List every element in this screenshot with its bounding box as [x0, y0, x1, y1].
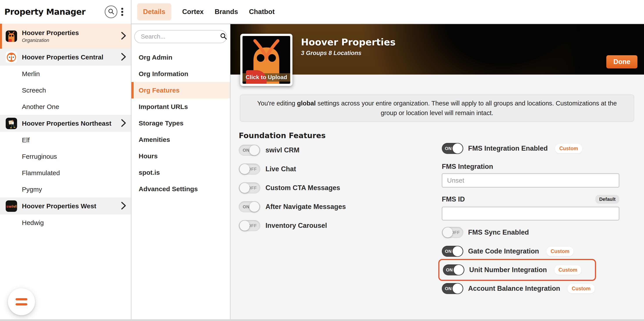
- chevron-right-icon: [121, 31, 126, 41]
- feature-label: FMS Integration Enabled: [468, 145, 548, 152]
- settings-search-input[interactable]: [141, 33, 220, 40]
- sidebar-item-label: Pygmy: [22, 186, 42, 193]
- sidebar-item-location[interactable]: Flammulated: [0, 165, 131, 181]
- toggle-swivl-crm[interactable]: ON: [239, 145, 260, 156]
- toggle-gate-code[interactable]: ON: [442, 246, 463, 257]
- toggle-knob: [452, 143, 463, 153]
- sidebar: Property Manager Hoover Properties Organ…: [0, 0, 132, 321]
- fms-integration-input[interactable]: [442, 173, 619, 187]
- sidebar-item-label: Flammulated: [22, 169, 60, 177]
- sidebar-item-location[interactable]: Merlin: [0, 66, 131, 82]
- toggle-knob: [452, 283, 463, 293]
- sidebar-search-button[interactable]: [105, 6, 118, 18]
- org-subtitle: 3 Groups 8 Locations: [301, 50, 396, 57]
- tab-chatbot[interactable]: Chatbot: [249, 3, 275, 21]
- foundation-features-left: Foundation Features ON swivl CRM OFF Liv…: [239, 131, 346, 239]
- sidebar-item-location[interactable]: Hedwig: [0, 214, 131, 231]
- menu-item-org-admin[interactable]: Org Admin: [132, 49, 230, 66]
- floating-menu-button[interactable]: [8, 288, 35, 315]
- done-button[interactable]: Done: [606, 55, 638, 68]
- tab-details[interactable]: Details: [137, 3, 171, 21]
- feature-label: Live Chat: [266, 165, 296, 173]
- sidebar-item-group-northeast[interactable]: Hoover Properties Northeast: [0, 115, 131, 132]
- menu-bars-icon: [16, 298, 28, 300]
- chevron-right-icon: [121, 201, 126, 211]
- notice-text: You're editing: [257, 100, 297, 107]
- toggle-account-balance[interactable]: ON: [442, 283, 463, 294]
- sidebar-item-organization[interactable]: Hoover Properties Organization: [0, 24, 131, 49]
- toggle-live-chat[interactable]: OFF: [239, 164, 260, 175]
- fms-id-input[interactable]: [442, 207, 619, 220]
- sidebar-item-label: Hoover Properties West: [22, 202, 96, 210]
- upload-label: Click to Upload: [242, 74, 290, 81]
- menu-item-important-urls[interactable]: Important URLs: [132, 98, 230, 115]
- feature-row-fms-sync: OFF FMS Sync Enabled: [442, 227, 619, 238]
- kebab-menu-icon[interactable]: [118, 6, 127, 18]
- toggle-knob: [240, 183, 250, 193]
- feature-label: Custom CTA Messages: [266, 184, 340, 192]
- sidebar-item-group-west[interactable]: swivl Hoover Properties West: [0, 198, 131, 214]
- default-badge: Default: [595, 195, 619, 204]
- toggle-knob: [240, 164, 250, 174]
- feature-label: swivl CRM: [266, 146, 300, 154]
- feature-row-swivl-crm: ON swivl CRM: [239, 145, 346, 156]
- main-content: Hoover Properties 3 Groups 8 Locations D…: [230, 24, 644, 321]
- app-title: Property Manager: [4, 7, 86, 17]
- feature-label: Inventory Carousel: [266, 222, 327, 230]
- menu-item-spotis[interactable]: spot.is: [132, 164, 230, 181]
- search-icon[interactable]: [220, 33, 227, 41]
- feature-label: After Navigate Messages: [266, 203, 346, 211]
- sidebar-item-location[interactable]: Another One: [0, 98, 131, 115]
- toggle-knob: [454, 265, 464, 275]
- toggle-unit-number[interactable]: ON: [443, 264, 464, 275]
- tab-bar: Details Cortex Brands Chatbot: [132, 0, 644, 24]
- sidebar-item-label: Hedwig: [22, 219, 44, 226]
- sidebar-item-location[interactable]: Ferruginous: [0, 148, 131, 165]
- toggle-knob: [249, 145, 259, 155]
- fms-integration-label-row: FMS Integration: [442, 163, 619, 171]
- settings-menu: Org Admin Org Information Org Features I…: [132, 49, 230, 197]
- toggle-custom-cta[interactable]: OFF: [239, 182, 260, 193]
- feature-row-gate-code: ON Gate Code Integration Custom: [442, 246, 619, 257]
- sidebar-item-label: Ferruginous: [22, 153, 57, 160]
- svg-text:swivl: swivl: [6, 204, 16, 208]
- tab-brands[interactable]: Brands: [215, 3, 238, 21]
- menu-bars-icon: [16, 303, 28, 305]
- notice-bold-word: global: [297, 100, 316, 107]
- org-avatar-upload[interactable]: Click to Upload: [240, 34, 292, 86]
- sidebar-item-group-central[interactable]: Hoover Properties Central: [0, 49, 131, 66]
- menu-item-org-information[interactable]: Org Information: [132, 66, 230, 82]
- sidebar-item-subtitle: Organization: [22, 38, 79, 43]
- settings-nav-panel: Org Admin Org Information Org Features I…: [132, 24, 230, 321]
- menu-item-org-features[interactable]: Org Features: [132, 82, 230, 98]
- sidebar-item-location[interactable]: Elf: [0, 132, 131, 148]
- sidebar-item-label: Hoover Properties Northeast: [22, 120, 111, 127]
- sidebar-item-label: Hoover Properties: [22, 29, 79, 37]
- toggle-knob: [443, 227, 453, 237]
- search-icon: [108, 8, 114, 16]
- toggle-fms-enabled[interactable]: ON: [442, 143, 463, 154]
- window-bottom-edge: [0, 319, 644, 321]
- global-settings-notice: You're editing global settings across yo…: [240, 95, 634, 122]
- swivl-logo-icon: swivl: [6, 200, 17, 212]
- menu-item-advanced-settings[interactable]: Advanced Settings: [132, 181, 230, 197]
- toggle-state-label: ON: [243, 204, 250, 209]
- org-owl-icon: [6, 31, 17, 42]
- menu-item-hours[interactable]: Hours: [132, 148, 230, 164]
- toggle-state-label: ON: [445, 146, 452, 151]
- toggle-after-navigate[interactable]: ON: [239, 201, 260, 212]
- settings-search: [134, 30, 227, 43]
- feature-row-custom-cta: OFF Custom CTA Messages: [239, 182, 346, 193]
- toggle-inventory-carousel[interactable]: OFF: [239, 220, 260, 231]
- toggle-state-label: ON: [445, 286, 452, 291]
- sidebar-item-location[interactable]: Screech: [0, 82, 131, 98]
- tab-cortex[interactable]: Cortex: [182, 3, 204, 21]
- owl-face-icon: [6, 52, 17, 63]
- toggle-state-label: ON: [243, 148, 250, 153]
- toggle-fms-sync[interactable]: OFF: [442, 227, 463, 238]
- sidebar-item-label: Screech: [22, 87, 46, 94]
- menu-item-amenities[interactable]: Amenities: [132, 131, 230, 148]
- sidebar-item-location[interactable]: Pygmy: [0, 181, 131, 198]
- menu-item-storage-types[interactable]: Storage Types: [132, 115, 230, 131]
- custom-badge: Custom: [546, 247, 574, 256]
